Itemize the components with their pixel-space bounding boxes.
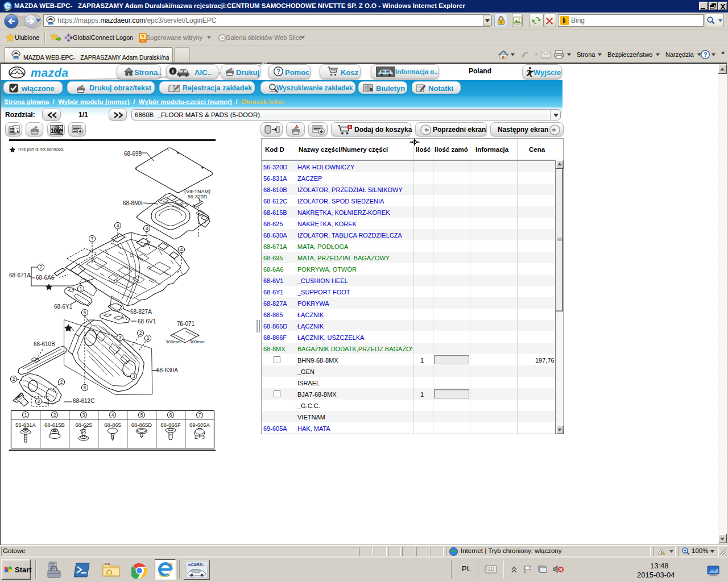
svg-text:68-865: 68-865 (104, 422, 121, 428)
svg-text:1: 1 (24, 412, 27, 418)
svg-text:This part is not serviced.: This part is not serviced. (18, 147, 64, 152)
svg-text:1: 1 (80, 286, 82, 292)
svg-text:2: 2 (139, 330, 142, 336)
svg-text:56-831A: 56-831A (15, 422, 36, 428)
svg-text:2: 2 (13, 376, 15, 382)
svg-text:6: 6 (169, 412, 172, 418)
svg-text:mazda: mazda (31, 66, 68, 79)
svg-text:68-6V1: 68-6V1 (138, 318, 156, 325)
svg-text:2: 2 (53, 412, 56, 418)
svg-text:68-671A: 68-671A (9, 272, 31, 278)
svg-text:4: 4 (111, 412, 114, 418)
svg-text:68-6Y1: 68-6Y1 (54, 304, 73, 310)
svg-text:A: A (295, 124, 298, 128)
svg-text:68-630A: 68-630A (156, 367, 178, 373)
svg-text:3: 3 (133, 373, 135, 379)
svg-text:2: 2 (38, 398, 40, 404)
svg-text:69-605A: 69-605A (189, 422, 210, 428)
svg-text:6: 6 (84, 385, 86, 390)
svg-text:68-8MX: 68-8MX (123, 200, 143, 206)
svg-text:7: 7 (198, 412, 201, 418)
svg-text:4: 4 (180, 247, 183, 252)
svg-text:eCARS: eCARS (188, 563, 202, 567)
svg-text:5: 5 (140, 412, 143, 418)
svg-text:3: 3 (82, 412, 85, 418)
svg-text:?: ? (704, 51, 708, 58)
svg-text:300mm: 300mm (166, 339, 181, 344)
svg-text:100: 100 (51, 128, 60, 134)
svg-text:68-625: 68-625 (75, 422, 92, 428)
svg-text:68-866F: 68-866F (160, 422, 181, 428)
svg-text:68-827A: 68-827A (130, 309, 152, 315)
svg-text:7: 7 (40, 264, 43, 270)
svg-text:68-865D: 68-865D (131, 422, 152, 428)
svg-text:300mm: 300mm (189, 339, 205, 344)
svg-text:68-612C: 68-612C (73, 398, 94, 404)
svg-text:68-610B: 68-610B (34, 341, 55, 347)
svg-text:5: 5 (84, 310, 86, 315)
svg-text:68-695: 68-695 (124, 151, 142, 157)
svg-text:2: 2 (147, 335, 150, 341)
svg-text:21: 21 (201, 563, 204, 567)
svg-text:4: 4 (146, 226, 148, 231)
svg-text:7: 7 (91, 236, 94, 242)
svg-text:68-615B: 68-615B (44, 422, 65, 428)
svg-text:?: ? (276, 68, 280, 76)
svg-text:i: i (172, 68, 173, 74)
svg-text:76-071: 76-071 (177, 321, 195, 327)
svg-text:68-6A6: 68-6A6 (36, 275, 55, 281)
svg-text:4: 4 (117, 223, 119, 228)
svg-text:2: 2 (60, 379, 63, 385)
svg-text:B: B (370, 87, 373, 92)
svg-text:%: % (60, 130, 63, 134)
svg-text:3: 3 (119, 335, 122, 340)
svg-text:56-320D: 56-320D (188, 194, 208, 199)
